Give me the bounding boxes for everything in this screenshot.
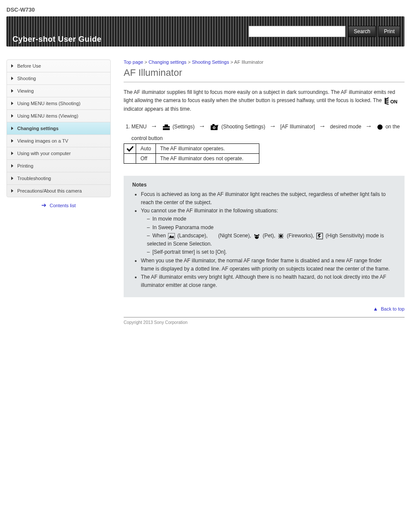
back-to-top-link[interactable]: Back to top xyxy=(381,306,405,311)
sidebar-item[interactable]: Troubleshooting xyxy=(7,172,110,185)
sidebar-item[interactable]: Shooting xyxy=(7,72,110,85)
banner: Cyber-shot User Guide Search Print xyxy=(6,16,405,47)
option-check-cell xyxy=(124,143,136,153)
breadcrumb-cat[interactable]: Changing settings xyxy=(149,59,187,65)
svg-point-15 xyxy=(255,236,256,237)
svg-text:ON: ON xyxy=(390,99,398,104)
svg-point-12 xyxy=(255,235,259,239)
guide-title: Cyber-shot User Guide xyxy=(12,35,102,44)
triangle-up-icon: ▲ xyxy=(373,306,378,312)
product-name: DSC-W730 xyxy=(6,6,35,13)
breadcrumb: Top page > Changing settings > Shooting … xyxy=(124,59,405,65)
svg-rect-5 xyxy=(212,124,215,125)
svg-point-7 xyxy=(214,127,215,128)
notes-title: Notes xyxy=(132,182,396,188)
note-subitem: [Self-portrait timer] is set to [On]. xyxy=(147,248,396,256)
svg-rect-10 xyxy=(168,233,175,239)
copyright: Copyright 2013 Sony Corporation xyxy=(124,320,405,325)
af-on-indicator-icon: ON xyxy=(384,96,399,105)
table-row: AutoThe AF illuminator operates. xyxy=(124,143,259,153)
svg-point-9 xyxy=(377,124,383,130)
search-input[interactable] xyxy=(249,26,346,37)
sidebar-item[interactable]: Viewing xyxy=(7,85,110,97)
note-item: When you use the AF illuminator, the nor… xyxy=(141,257,396,273)
scene-mode-icon xyxy=(277,232,284,240)
svg-rect-3 xyxy=(163,128,170,128)
page-title: AF Illuminator xyxy=(124,67,405,82)
note-item: You cannot use the AF illuminator in the… xyxy=(141,207,396,256)
sidebar-item[interactable]: Using MENU items (Viewing) xyxy=(7,110,110,122)
note-subitem: In Sweep Panorama mode xyxy=(147,224,396,232)
option-label: Off xyxy=(136,153,156,163)
scene-mode-icon xyxy=(168,232,175,240)
option-label: Auto xyxy=(136,143,156,153)
scene-mode-icon xyxy=(210,232,216,240)
svg-marker-11 xyxy=(169,235,174,238)
sidebar-item[interactable]: Precautions/About this camera xyxy=(7,185,110,197)
scene-mode-icon xyxy=(253,232,260,240)
table-row: OffThe AF illuminator does not operate. xyxy=(124,153,259,163)
print-button[interactable]: Print xyxy=(378,26,400,37)
options-table: AutoThe AF illuminator operates.OffThe A… xyxy=(124,143,259,164)
shooting-settings-camera-icon: T xyxy=(210,122,219,132)
notes-section: Notes Focus is achieved as long as the A… xyxy=(124,176,405,297)
breadcrumb-page: AF Illuminator xyxy=(234,59,264,65)
svg-point-16 xyxy=(257,236,258,237)
scene-mode-icon xyxy=(316,232,323,240)
check-icon xyxy=(126,145,134,152)
sidebar-item[interactable]: Using with your computer xyxy=(7,147,110,160)
center-button-icon xyxy=(377,122,383,132)
note-item: The AF illuminator emits very bright lig… xyxy=(141,273,396,289)
sidebar-item[interactable]: Printing xyxy=(7,160,110,172)
note-subitem: When (Landscape), (Night Scene), (Pet), … xyxy=(147,232,396,249)
note-item: Focus is achieved as long as the AF illu… xyxy=(141,190,396,207)
sidebar: Before UseShootingViewingUsing MENU item… xyxy=(6,59,111,208)
svg-text:T: T xyxy=(217,124,219,128)
intro-paragraph: The AF illuminator supplies fill light t… xyxy=(124,88,405,113)
sidebar-item[interactable]: Viewing images on a TV xyxy=(7,135,110,147)
settings-toolbox-icon xyxy=(162,122,170,132)
note-subitem: In movie mode xyxy=(147,215,396,223)
contents-list-link[interactable]: Contents list xyxy=(50,203,76,208)
menu-path: MENU → (Settings) → T (Shooting Settings… xyxy=(124,119,405,143)
arrow-right-icon: ➔ xyxy=(41,202,47,208)
breadcrumb-top[interactable]: Top page xyxy=(124,59,143,65)
sidebar-item[interactable]: Changing settings xyxy=(7,122,110,135)
option-desc: The AF illuminator operates. xyxy=(156,143,259,153)
option-desc: The AF illuminator does not operate. xyxy=(156,153,259,163)
svg-rect-2 xyxy=(165,124,168,126)
search-button[interactable]: Search xyxy=(348,26,376,37)
svg-point-21 xyxy=(280,235,282,237)
sidebar-item[interactable]: Using MENU items (Shooting) xyxy=(7,97,110,110)
option-check-cell xyxy=(124,153,136,163)
breadcrumb-group[interactable]: Shooting Settings xyxy=(192,59,229,65)
sidebar-item[interactable]: Before Use xyxy=(7,60,110,72)
